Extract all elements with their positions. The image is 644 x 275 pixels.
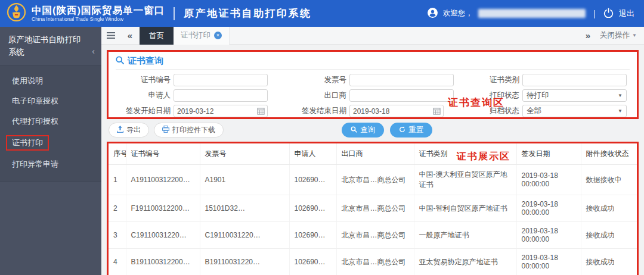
sidebar-item-print-exception[interactable]: 打印异常申请 xyxy=(0,154,101,174)
annotation-query-area: 证书查询区 xyxy=(448,96,504,110)
table-cell: 一般原产地证书 xyxy=(414,222,516,249)
sidebar-item-eseal-auth[interactable]: 电子印章授权 xyxy=(0,91,101,111)
print-status-select[interactable]: 待打印 ▼ xyxy=(522,89,627,102)
masked-username xyxy=(478,9,586,18)
user-area-divider: | xyxy=(593,8,596,18)
table-cell: 102690… xyxy=(289,165,336,195)
sidebar-item-agent-print-auth[interactable]: 代理打印授权 xyxy=(0,111,101,132)
user-area: 欢迎您， | 退出 xyxy=(428,8,634,20)
active-item-red-outline: 证书打印 xyxy=(6,135,49,151)
sidebar: 原产地证书自助打印系统 ‹ 使用说明 电子印章授权 代理打印授权 证书打印 打印… xyxy=(0,27,101,275)
table-cell: 北京市昌…商总公司 xyxy=(336,165,414,195)
table-cell: 2019-03-18 00:00:00 xyxy=(516,165,581,195)
table-cell: 15101D32… xyxy=(200,195,289,222)
table-cell: 102690… xyxy=(289,195,336,222)
table-cell: 亚太贸易协定原产地证书 xyxy=(414,249,516,275)
table-row[interactable]: 4B191100312200…B19110031220…102690…北京市昌…… xyxy=(109,249,637,275)
issue-end-date-input[interactable] xyxy=(349,105,444,117)
table-body: 1A191100312200…A1901102690…北京市昌…商总公司中国-澳… xyxy=(109,165,637,275)
query-panel: 证书查询 证书编号 发票号 证书类别 xyxy=(107,50,639,119)
refresh-icon xyxy=(399,126,405,135)
table-cell: 102690… xyxy=(289,222,336,249)
exporter-input[interactable] xyxy=(349,89,454,102)
search-button[interactable]: 查询 xyxy=(342,123,384,138)
tab-cert-print[interactable]: 证书打印 × xyxy=(174,27,230,45)
power-icon[interactable] xyxy=(603,8,614,20)
header-divider xyxy=(174,7,175,20)
table-cell: 北京市昌…商总公司 xyxy=(336,222,414,249)
logout-button[interactable]: 退出 xyxy=(619,8,634,19)
col-header-applicant: 申请人 xyxy=(289,143,336,165)
search-icon xyxy=(351,126,357,135)
query-title: 证书查询 xyxy=(116,54,630,70)
scroll-tabs-left-icon[interactable]: « xyxy=(120,30,140,40)
table-header-row: 序号 证书编号 发票号 申请人 出口商 证书类别 签发日期 附件接收状态 xyxy=(109,143,637,165)
table-row[interactable]: 3C19110031220…C19110031220…102690…北京市昌…商… xyxy=(109,222,637,249)
main-content: 证书查询 证书编号 发票号 证书类别 xyxy=(101,45,644,275)
sidebar-title: 原产地证书自助打印系统 ‹ xyxy=(0,27,101,65)
hamburger-menu-icon[interactable] xyxy=(101,32,120,39)
issue-start-date-label: 签发开始日期 xyxy=(116,106,171,116)
table-cell: 102690… xyxy=(289,249,336,275)
query-form: 证书编号 发票号 证书类别 申请人 xyxy=(116,74,630,138)
exporter-label: 出口商 xyxy=(292,90,346,101)
app-title: 原产地证书自助打印系统 xyxy=(184,7,312,20)
col-header-invoice-no: 发票号 xyxy=(200,143,289,165)
table-cell: 中国-智利自贸区原产地证书 xyxy=(414,195,516,222)
tab-close-icon[interactable]: × xyxy=(214,32,222,39)
chevron-down-icon: ▼ xyxy=(618,93,623,98)
user-icon xyxy=(428,8,438,20)
table-cell: A191100312200… xyxy=(126,165,200,195)
col-header-attachment-status: 附件接收状态 xyxy=(581,143,637,165)
table-cell: 中国-澳大利亚自贸区原产地证书 xyxy=(414,165,516,195)
tab-bar: « 首页 证书打印 × » 关闭操作 ▼ xyxy=(101,27,644,45)
table-cell: 接收成功 xyxy=(581,249,637,275)
cert-type-label: 证书类别 xyxy=(482,75,519,85)
table-cell: 2019-03-18 00:00:00 xyxy=(516,222,581,249)
table-cell: 3 xyxy=(109,222,126,249)
applicant-input[interactable] xyxy=(174,89,268,102)
table-cell: 接收成功 xyxy=(581,222,637,249)
table-cell: 4 xyxy=(109,249,126,275)
cert-no-input[interactable] xyxy=(174,74,268,86)
table-cell: B19110031220… xyxy=(200,249,289,275)
brand-title: 中国(陕西)国际贸易单一窗口 xyxy=(32,5,165,15)
sidebar-collapse-icon[interactable]: ‹ xyxy=(92,45,95,58)
cert-no-label: 证书编号 xyxy=(116,75,171,85)
sidebar-item-cert-print[interactable]: 证书打印 xyxy=(0,132,101,154)
calendar-icon[interactable] xyxy=(257,107,265,115)
table-cell: 2019-03-18 00:00:00 xyxy=(516,195,581,222)
cert-type-input[interactable] xyxy=(522,74,627,86)
sidebar-menu: 使用说明 电子印章授权 代理打印授权 证书打印 打印异常申请 xyxy=(0,65,101,182)
invoice-no-label: 发票号 xyxy=(292,75,346,85)
table-row[interactable]: 1A191100312200…A1901102690…北京市昌…商总公司中国-澳… xyxy=(109,165,637,195)
col-header-exporter: 出口商 xyxy=(336,143,414,165)
issue-start-date-input[interactable] xyxy=(174,105,268,117)
annotation-table-area: 证书展示区 xyxy=(457,151,510,163)
reset-button[interactable]: 重置 xyxy=(390,123,432,138)
chevron-down-icon: ▼ xyxy=(618,108,623,114)
table-cell: 北京市昌…商总公司 xyxy=(336,249,414,275)
single-window-logo-icon xyxy=(6,2,27,25)
calendar-icon[interactable] xyxy=(433,107,441,115)
scroll-tabs-right-icon[interactable]: » xyxy=(586,30,590,40)
col-header-cert-no: 证书编号 xyxy=(126,143,200,165)
cert-table: 序号 证书编号 发票号 申请人 出口商 证书类别 签发日期 附件接收状态 1A1… xyxy=(109,143,637,275)
table-cell: C19110031220… xyxy=(126,222,200,249)
tab-home[interactable]: 首页 xyxy=(140,27,174,45)
welcome-label: 欢迎您， xyxy=(443,8,473,18)
chevron-down-icon: ▼ xyxy=(632,33,637,38)
search-icon xyxy=(116,56,124,66)
applicant-label: 申请人 xyxy=(116,90,171,101)
table-cell: 2019-03-18 00:00:00 xyxy=(516,249,581,275)
invoice-no-input[interactable] xyxy=(349,74,454,86)
table-cell: 数据接收中 xyxy=(581,165,637,195)
archive-status-select[interactable]: 全部 ▼ xyxy=(522,105,627,117)
cert-table-panel: 序号 证书编号 发票号 申请人 出口商 证书类别 签发日期 附件接收状态 1A1… xyxy=(107,142,639,275)
sidebar-item-usage-guide[interactable]: 使用说明 xyxy=(0,71,101,91)
col-header-issue-date: 签发日期 xyxy=(516,143,581,165)
close-operations-dropdown[interactable]: 关闭操作 ▼ xyxy=(600,30,637,40)
table-row[interactable]: 2F191100312200…15101D32…102690…北京市昌…商总公司… xyxy=(109,195,637,222)
brand-subtitle: China International Trade Single Window xyxy=(32,17,165,22)
content-column: « 首页 证书打印 × » 关闭操作 ▼ xyxy=(101,27,644,275)
